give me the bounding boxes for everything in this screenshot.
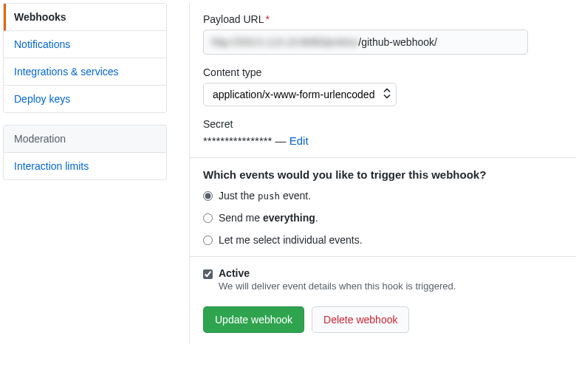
secret-label: Secret xyxy=(203,118,563,130)
active-row[interactable]: Active We will deliver event details whe… xyxy=(203,267,563,292)
main-content: Payload URL* http://203.0.113.10:8080/je… xyxy=(167,3,576,389)
event-option-everything[interactable]: Send me everything. xyxy=(203,212,563,224)
event-option-just-push[interactable]: Just the push event. xyxy=(203,190,563,202)
secret-edit-link[interactable]: Edit xyxy=(290,134,309,147)
payload-url-label: Payload URL* xyxy=(203,13,563,25)
active-checkbox[interactable] xyxy=(203,269,213,279)
payload-url-input[interactable]: http://203.0.113.10:8080/jenkins/github-… xyxy=(203,30,528,55)
sidebar-group-options: Webhooks Notifications Integrations & se… xyxy=(3,3,167,113)
active-note: We will deliver event details when this … xyxy=(219,281,456,292)
event-option-individual[interactable]: Let me select individual events. xyxy=(203,234,563,246)
sidebar-item-integrations[interactable]: Integrations & services xyxy=(4,58,166,86)
radio-individual-label: Let me select individual events. xyxy=(219,234,363,246)
secret-masked: **************** xyxy=(203,134,272,147)
delete-webhook-button[interactable]: Delete webhook xyxy=(312,306,409,333)
payload-url-hidden-part: http://203.0.113.10:8080/jenkins xyxy=(211,36,358,48)
radio-just-push[interactable] xyxy=(203,191,213,201)
update-webhook-button[interactable]: Update webhook xyxy=(203,306,304,333)
section-events: Which events would you like to trigger t… xyxy=(190,158,576,257)
required-asterisk: * xyxy=(266,13,270,25)
payload-url-visible-part: /github-webhook/ xyxy=(358,36,437,48)
secret-separator: — xyxy=(272,134,289,147)
events-heading: Which events would you like to trigger t… xyxy=(203,168,563,181)
radio-individual[interactable] xyxy=(203,235,213,245)
sidebar-header-moderation: Moderation xyxy=(4,125,166,153)
sidebar-group-moderation: Moderation Interaction limits xyxy=(3,125,167,180)
section-active: Active We will deliver event details whe… xyxy=(190,257,576,296)
secret-value-row: **************** — Edit xyxy=(203,134,563,147)
webhook-form: Payload URL* http://203.0.113.10:8080/je… xyxy=(189,3,576,343)
radio-everything[interactable] xyxy=(203,213,213,223)
sidebar-item-notifications[interactable]: Notifications xyxy=(4,31,166,58)
buttons-row: Update webhook Delete webhook xyxy=(190,296,576,343)
section-config: Payload URL* http://203.0.113.10:8080/je… xyxy=(190,3,576,158)
sidebar-item-deploy-keys[interactable]: Deploy keys xyxy=(4,86,166,112)
content-type-select[interactable]: application/x-www-form-urlencoded xyxy=(203,83,397,106)
radio-everything-label: Send me everything. xyxy=(219,212,318,224)
settings-sidebar: Webhooks Notifications Integrations & se… xyxy=(3,3,167,389)
radio-just-push-label: Just the push event. xyxy=(219,190,311,202)
sidebar-item-interaction-limits[interactable]: Interaction limits xyxy=(4,153,166,179)
active-label: Active xyxy=(219,267,456,279)
sidebar-item-webhooks[interactable]: Webhooks xyxy=(4,4,166,31)
content-type-label: Content type xyxy=(203,66,563,78)
